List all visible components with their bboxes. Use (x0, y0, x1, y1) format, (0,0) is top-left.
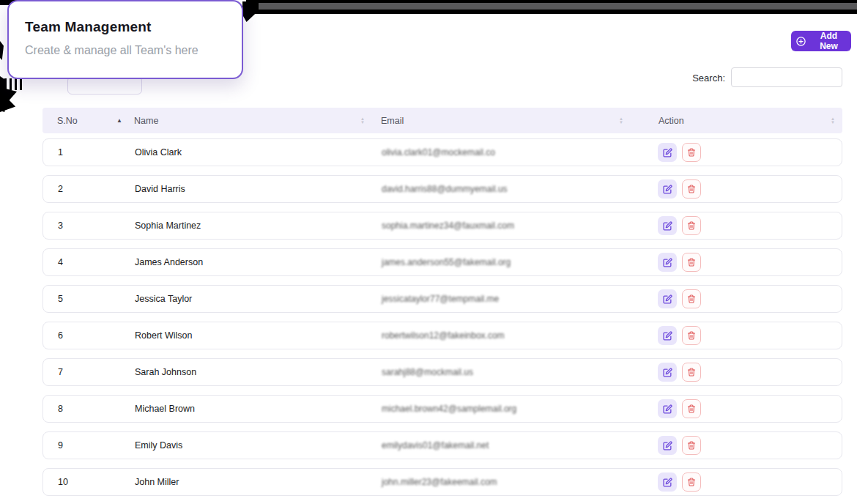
cell-email: john.miller23@fakeemail.com (382, 477, 658, 487)
edit-button[interactable] (658, 363, 677, 382)
cell-name: Olivia Clark (135, 147, 382, 158)
add-new-label: Add New (811, 31, 847, 51)
delete-button[interactable] (682, 326, 701, 345)
name-value: James Anderson (135, 257, 203, 267)
edit-pencil-square-icon (663, 331, 672, 341)
delete-button[interactable] (682, 399, 701, 418)
column-label: Action (658, 116, 684, 126)
delete-button[interactable] (682, 472, 701, 492)
cell-sno: 1 (43, 147, 135, 158)
edit-button[interactable] (658, 253, 677, 272)
name-value: Sarah Johnson (135, 367, 196, 377)
table-header: S.No ▲ Name ▲▼ Email ▲▼ Action ▲▼ (42, 108, 842, 133)
edit-pencil-square-icon (663, 294, 672, 304)
delete-button[interactable] (682, 289, 701, 308)
cell-action (658, 399, 843, 418)
table-row: 6 Robert Wilson robertwilson12@fakeinbox… (42, 322, 842, 349)
torn-edge-fragment (4, 78, 25, 90)
edit-button[interactable] (658, 326, 677, 345)
cell-action (658, 472, 843, 492)
edit-button[interactable] (658, 216, 677, 235)
sno-value: 10 (58, 477, 68, 487)
email-value-blurred: michael.brown42@samplemail.org (382, 404, 516, 414)
team-management-page: Team Management Create & manage all Team… (0, 0, 857, 504)
sno-value: 3 (58, 220, 63, 231)
sort-ascending-icon: ▲ (116, 117, 122, 124)
cell-sno: 4 (43, 257, 135, 267)
delete-button[interactable] (682, 216, 701, 235)
name-value: Olivia Clark (135, 147, 182, 158)
cell-sno: 8 (43, 404, 135, 414)
edit-button[interactable] (658, 289, 677, 308)
torn-edge-artifact-bottom-left (0, 76, 26, 113)
cell-action (658, 363, 843, 382)
torn-edge-artifact-left-sliver (0, 41, 4, 60)
cell-sno: 10 (43, 477, 135, 487)
name-value: John Miller (135, 477, 179, 487)
trash-icon (687, 368, 696, 377)
sno-value: 9 (58, 440, 63, 451)
column-header-email[interactable]: Email ▲▼ (381, 108, 657, 133)
edit-button[interactable] (658, 179, 677, 199)
table-row: 9 Emily Davis emilydavis01@fakemail.net (42, 431, 842, 459)
edit-button[interactable] (658, 436, 677, 455)
cell-name: James Anderson (135, 257, 382, 267)
table-body: 1 Olivia Clark olivia.clark01@mockemail.… (42, 138, 842, 496)
cell-sno: 3 (43, 220, 135, 231)
cell-action (658, 326, 843, 345)
trash-icon (687, 441, 696, 450)
cell-action (658, 253, 843, 272)
trash-icon (687, 258, 696, 267)
table-row: 3 Sophia Martinez sophia.martinez34@faux… (42, 212, 842, 240)
sno-value: 1 (58, 147, 63, 158)
torn-edge-artifact-top-bar (246, 0, 857, 14)
delete-button[interactable] (682, 363, 701, 382)
email-value-blurred: james.anderson55@fakemail.org (382, 257, 511, 267)
name-value: David Harris (135, 184, 185, 194)
column-header-name[interactable]: Name ▲▼ (134, 108, 381, 133)
trash-icon (687, 331, 696, 340)
cell-name: Robert Wilson (135, 330, 382, 341)
email-value-blurred: john.miller23@fakeemail.com (382, 477, 497, 487)
cell-sno: 5 (43, 294, 135, 304)
cell-name: David Harris (135, 184, 382, 194)
search-input[interactable] (731, 67, 842, 87)
delete-button[interactable] (682, 179, 701, 199)
cell-name: Emily Davis (135, 440, 382, 451)
column-label: S.No (57, 116, 78, 126)
delete-button[interactable] (682, 253, 701, 272)
cell-action (658, 179, 843, 199)
cell-sno: 6 (43, 330, 135, 341)
sno-value: 8 (58, 404, 63, 414)
edit-button[interactable] (658, 472, 677, 492)
cell-action (658, 289, 843, 308)
sno-value: 4 (58, 257, 63, 267)
column-header-sno[interactable]: S.No ▲ (42, 108, 134, 133)
delete-button[interactable] (682, 143, 701, 162)
edit-pencil-square-icon (663, 185, 672, 194)
cell-action (658, 436, 843, 455)
edit-pencil-square-icon (663, 221, 672, 231)
edit-button[interactable] (658, 143, 677, 162)
cell-action (658, 216, 843, 235)
trash-icon (687, 185, 696, 193)
plus-circle-icon (795, 36, 806, 47)
tooltip-card: Team Management Create & manage all Team… (7, 0, 243, 79)
column-header-action[interactable]: Action ▲▼ (657, 108, 842, 133)
delete-button[interactable] (682, 436, 701, 455)
edit-pencil-square-icon (663, 478, 672, 487)
page-title: Team Management (25, 19, 152, 35)
sno-value: 5 (58, 294, 63, 304)
trash-icon (687, 404, 696, 413)
table-row: 7 Sarah Johnson sarahj88@mockmail.us (42, 358, 842, 386)
cell-email: sarahj88@mockmail.us (382, 367, 658, 377)
sort-both-icon: ▲▼ (360, 117, 365, 125)
page-subtitle: Create & manage all Team's here (25, 44, 199, 57)
cell-name: Sarah Johnson (135, 367, 382, 377)
table-row: 8 Michael Brown michael.brown42@samplema… (42, 395, 842, 423)
name-value: Jessica Taylor (135, 294, 192, 304)
email-value-blurred: olivia.clark01@mockemail.co (382, 147, 495, 158)
sno-value: 7 (58, 367, 63, 377)
add-new-button[interactable]: Add New (791, 31, 851, 51)
edit-button[interactable] (658, 399, 677, 418)
